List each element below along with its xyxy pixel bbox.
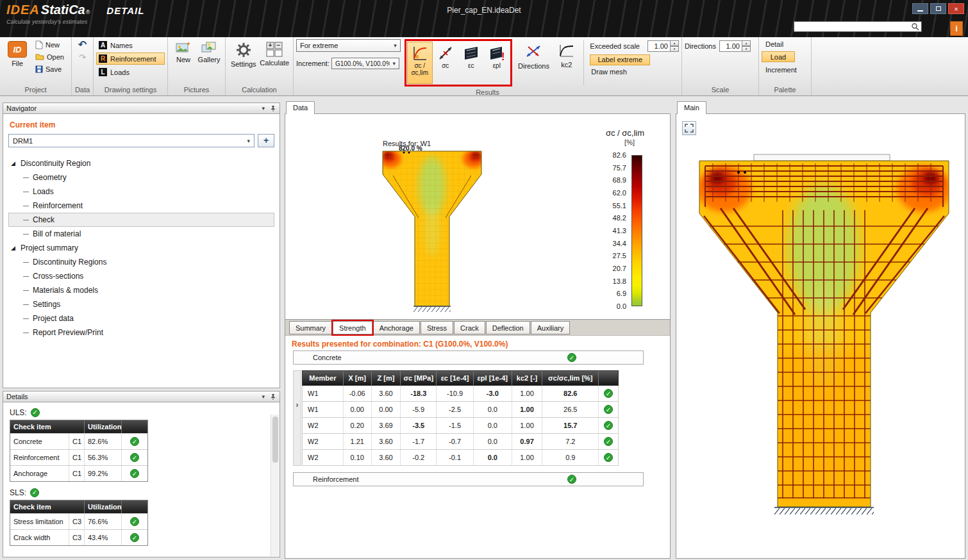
search-box[interactable] [794,21,922,32]
kc2-button[interactable]: kc2 [555,39,578,86]
minimize-button[interactable] [912,3,928,14]
fit-view-button[interactable] [682,121,696,135]
idea-app-icon: ID [8,41,27,58]
tree-item-loads[interactable]: Loads [8,185,274,199]
details-row[interactable]: AnchorageC199.2%✓ [10,465,147,481]
info-button[interactable]: i [950,21,963,36]
undo-button[interactable]: ↶ [78,39,87,51]
result-sigma-ratio-button[interactable]: σc / σc,lim [407,42,433,84]
result-epsilon-pl-button[interactable]: ! εpl [484,42,510,84]
tree-item-discontinuity-regions[interactable]: Discontinuity Regions [8,255,274,269]
details-header: Details ▾ [3,391,280,402]
pin-icon[interactable] [270,393,276,400]
gallery-button[interactable]: Gallery [196,39,222,84]
redo-button[interactable]: ↷ [79,53,86,62]
for-extreme-select[interactable]: For extreme ▾ [296,39,401,52]
result-tab-strength[interactable]: Strength [333,321,372,334]
file-button[interactable]: ID File [3,39,32,84]
palette-detail-option[interactable]: Detail [762,38,808,49]
new-picture-button[interactable]: * New [171,39,196,84]
pin-icon[interactable] [270,105,276,112]
loads-toggle[interactable]: L Loads [96,66,165,78]
result-tab-anchorage[interactable]: Anchorage [373,321,420,334]
result-epsilon-label: εc [468,62,474,69]
scrollbar-thumb[interactable] [272,416,278,463]
calculate-button[interactable]: +− Calculate [259,39,290,84]
result-tab-deflection[interactable]: Deflection [486,321,530,334]
new-project-button[interactable]: New [33,39,66,50]
result-cell: 0.0 [474,418,512,433]
directions-button[interactable]: Directions [516,39,551,86]
result-tab-summary[interactable]: Summary [289,321,332,334]
result-row[interactable]: W10.000.00-5.9-2.50.01.0026.5✓ [302,402,619,418]
tree-item-reinforcement[interactable]: Reinforcement [8,199,274,213]
maximize-button[interactable] [930,3,946,14]
result-row[interactable]: W21.213.60-1.7-0.70.00.977.2✓ [302,434,619,450]
search-input[interactable] [796,23,911,31]
tree-expander-icon[interactable]: ◢ [11,160,21,167]
result-epsilon-button[interactable]: εc [458,42,484,84]
tree-item-settings[interactable]: Settings [8,297,274,311]
close-button[interactable]: × [948,3,964,14]
tree-item-materials-models[interactable]: Materials & models [8,283,274,297]
tree-item-bill-of-material[interactable]: Bill of material [8,227,274,241]
details-row[interactable]: Stress limitationC376.6%✓ [10,513,147,529]
tree-item-check[interactable]: Check [8,213,274,227]
reinforcement-status-icon: ✓ [567,475,576,484]
reinforcement-toggle[interactable]: R Reinforcement [96,53,165,65]
exceeded-scale-stepper[interactable]: 1.00 ▴ ▾ [647,40,679,52]
spin-up-icon[interactable]: ▴ [671,40,679,46]
spin-down-icon[interactable]: ▾ [671,46,679,52]
details-scrollbar[interactable] [271,415,279,556]
scale-directions-stepper[interactable]: 1.00 ▴ ▾ [719,40,751,52]
palette-load-option[interactable]: Load [762,51,795,62]
tab-main[interactable]: Main [677,101,706,114]
draw-mesh-toggle[interactable]: Draw mesh [590,68,679,76]
spin-down-icon[interactable]: ▾ [742,46,751,52]
pier-cap-reinforcement-plot[interactable] [697,149,951,518]
details-row[interactable]: ReinforcementC156.3%✓ [10,449,147,465]
group-label-palette: Palette [759,86,811,95]
result-sigma-button[interactable]: σc [433,42,458,84]
tree-item-project-summary[interactable]: ◢Project summary [8,241,274,255]
current-item-select[interactable]: DRM1 ▾ [8,134,255,147]
details-row[interactable]: ConcreteC182.6%✓ [10,433,147,449]
panel-menu-icon[interactable]: ▾ [262,393,265,400]
pier-cap-result-plot[interactable] [378,145,487,313]
tree-item-report-preview-print[interactable]: Report Preview/Print [8,325,274,340]
result-row[interactable]: W20.103.60-0.2-0.10.01.000.9✓ [302,450,619,466]
concrete-section-header[interactable]: Concrete ✓ [293,350,644,365]
result-row[interactable]: W1-0.063.60-18.3-10.9-3.01.0082.6✓ [302,386,619,402]
save-project-button[interactable]: Save [33,63,66,74]
names-toggle[interactable]: A Names [96,39,165,51]
exceeded-scale-value[interactable]: 1.00 [647,40,671,52]
details-row[interactable]: Crack widthC343.4%✓ [10,529,147,545]
check-ok-icon: ✓ [130,517,139,526]
label-extreme-toggle[interactable]: Label extreme [590,54,650,65]
spin-up-icon[interactable]: ▴ [742,40,751,46]
result-cell: -0.7 [437,434,474,449]
increment-select[interactable]: G100.0%, V100.0% ▾ [331,58,399,69]
add-region-button[interactable]: + [258,134,274,147]
open-project-button[interactable]: Open [33,51,66,62]
result-row[interactable]: W20.203.69-3.5-1.50.01.0015.7✓ [302,418,619,434]
tab-data[interactable]: Data [286,101,315,114]
result-tab-stress[interactable]: Stress [421,321,453,334]
details-status-cell: ✓ [122,514,147,529]
result-tab-crack[interactable]: Crack [454,321,485,334]
tree-item-cross-sections[interactable]: Cross-sections [8,269,274,283]
calculation-settings-button[interactable]: Settings [228,39,259,84]
main-viewport[interactable]: 82.60.0 % [676,113,965,559]
panel-menu-icon[interactable]: ▾ [262,105,265,111]
tree-item-geometry[interactable]: Geometry [8,170,274,185]
tree-expander-icon[interactable]: ◢ [11,245,21,251]
scale-directions-value[interactable]: 1.00 [719,40,742,52]
legend-ticks: 82.675.768.962.055.148.241.334.427.520.7… [579,151,626,310]
info-icon: i [955,24,958,33]
tree-item-discontinuity-region[interactable]: ◢Discontinuity Region [8,156,274,170]
palette-increment-option[interactable]: Increment [762,64,808,75]
reinforcement-section-header[interactable]: Reinforcement ✓ [293,472,644,486]
result-tab-auxiliary[interactable]: Auxiliary [531,321,571,334]
row-selector-gutter[interactable]: › [293,370,301,466]
tree-item-project-data[interactable]: Project data [8,311,274,325]
